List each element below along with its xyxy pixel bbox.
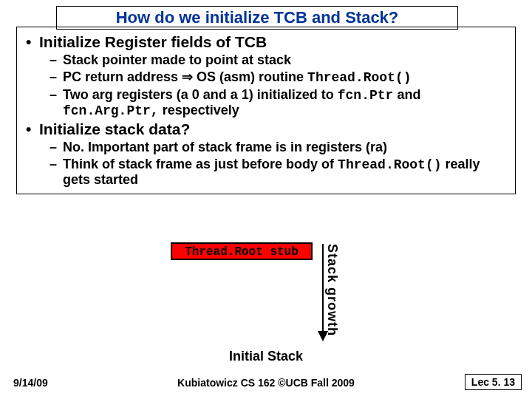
stack-growth-label: Stack growth xyxy=(324,244,340,336)
bullet-level2: Two arg registers (a 0 and a 1) initiali… xyxy=(24,87,508,119)
bullet-level1: Initialize stack data? xyxy=(24,120,508,138)
footer-slide-number: Lec 5. 13 xyxy=(465,374,522,390)
stack-diagram: Thread.Root stub Stack growth xyxy=(0,242,532,353)
code-text: Thread.Root() xyxy=(338,157,441,172)
code-text: Thread.Root() xyxy=(307,70,411,85)
thread-root-stub-box: Thread.Root stub xyxy=(171,242,313,260)
text: respectively xyxy=(159,103,239,117)
text: OS (asm) routine xyxy=(193,69,307,84)
footer: 9/14/09 Kubiatowicz CS 162 ©UCB Fall 200… xyxy=(0,377,532,395)
footer-course: Kubiatowicz CS 162 ©UCB Fall 2009 xyxy=(0,377,532,389)
code-text: fcn.Arg.Ptr, xyxy=(63,103,159,118)
text: PC return address xyxy=(63,69,182,84)
bullet-level2: Stack pointer made to point at stack xyxy=(24,52,508,68)
text: and xyxy=(393,87,420,102)
content-box: Initialize Register fields of TCB Stack … xyxy=(16,27,516,194)
initial-stack-caption: Initial Stack xyxy=(0,349,532,364)
text: Think of stack frame as just before body… xyxy=(63,157,338,171)
slide: How do we initialize TCB and Stack? Init… xyxy=(0,0,532,399)
bullet-level2: No. Important part of stack frame is in … xyxy=(24,140,508,155)
bullet-level2: PC return address ⇒ OS (asm) routine Thr… xyxy=(24,69,508,86)
code-text: fcn.Ptr xyxy=(338,88,394,103)
bullet-level1: Initialize Register fields of TCB xyxy=(24,33,508,51)
text: Two arg registers (a 0 and a 1) initiali… xyxy=(63,87,338,102)
bullet-level2: Think of stack frame as just before body… xyxy=(24,157,508,188)
arrow-icon: ⇒ xyxy=(182,69,193,84)
